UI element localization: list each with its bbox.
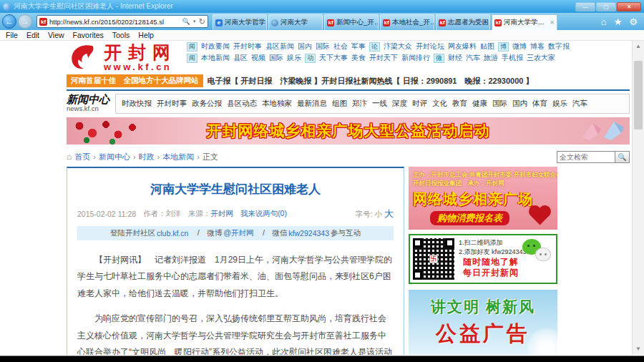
- top-nav-link[interactable]: 国际: [316, 41, 330, 52]
- font-large-button[interactable]: 大: [384, 208, 394, 219]
- news-center-link[interactable]: 一线: [372, 99, 387, 109]
- news-center-link[interactable]: 国际: [492, 99, 507, 109]
- menu-item[interactable]: Tools: [112, 31, 130, 39]
- comments-link[interactable]: 我来说两句(0): [240, 209, 287, 219]
- top-nav-link[interactable]: 论: [369, 42, 380, 52]
- close-button[interactable]: ✕: [617, 2, 641, 11]
- menu-item[interactable]: Edit: [26, 31, 39, 39]
- url-text[interactable]: http://news.kf.cn/2015/0202/128145.sl: [49, 18, 182, 26]
- news-center-link[interactable]: 最新消息: [297, 99, 327, 109]
- top-nav-link[interactable]: 新闻排行: [401, 53, 430, 63]
- address-search-icon[interactable]: 🔍: [182, 18, 190, 25]
- top-nav-link[interactable]: 博客: [530, 41, 545, 52]
- top-nav-link[interactable]: 国际: [269, 53, 283, 63]
- top-nav-link[interactable]: 本地新闻: [201, 53, 230, 63]
- top-nav-link[interactable]: 数字报: [548, 41, 570, 52]
- top-nav-link[interactable]: 县区: [233, 53, 248, 63]
- scroll-down-arrow[interactable]: ▼: [633, 343, 644, 355]
- news-center-link[interactable]: 汽车: [572, 99, 587, 109]
- top-nav-link[interactable]: 动: [305, 54, 316, 63]
- news-center-link[interactable]: 国内: [512, 99, 527, 109]
- home-icon[interactable]: ⌂: [601, 16, 607, 27]
- address-dropdown-icon[interactable]: ▼: [192, 19, 197, 24]
- top-nav-link[interactable]: 微: [434, 54, 444, 63]
- breadcrumb-newscenter[interactable]: 新闻中心: [99, 152, 130, 162]
- matchmaking-ad[interactable]: 主办：开封市总工会 共青团开封市委 开封市妇女联合会 开封日报报业集团 承办：开…: [409, 167, 557, 230]
- top-nav-link[interactable]: 财经: [448, 53, 462, 63]
- top-nav-link[interactable]: 时政要闻: [201, 41, 230, 52]
- minimize-button[interactable]: —: [575, 2, 595, 11]
- tab-2[interactable]: 河南大学: [268, 14, 323, 30]
- news-center-link[interactable]: 郑汴: [352, 99, 367, 109]
- top-nav-link[interactable]: 美食: [351, 53, 366, 63]
- menu-item[interactable]: File: [6, 31, 18, 39]
- tab-3[interactable]: kf新闻中心_开…: [324, 14, 379, 30]
- top-nav-link[interactable]: 天下大事: [319, 53, 348, 63]
- site-search-input[interactable]: [557, 151, 615, 163]
- top-nav-link[interactable]: 汴梁大众: [384, 41, 412, 52]
- back-button[interactable]: ←: [2, 14, 16, 29]
- menu-item[interactable]: Help: [138, 31, 154, 39]
- scroll-up-arrow[interactable]: ▲: [633, 41, 644, 52]
- top-nav-link[interactable]: 县区新闻: [265, 41, 294, 52]
- tab-close-icon[interactable]: ✕: [550, 19, 555, 26]
- top-nav-link[interactable]: 军事: [351, 41, 366, 52]
- forward-button[interactable]: →: [18, 14, 32, 29]
- article-source-link[interactable]: 开封网: [210, 209, 233, 217]
- tab-4[interactable]: kf本地社会_开…: [380, 14, 434, 30]
- top-nav-link[interactable]: 开封时事: [233, 41, 262, 52]
- top-nav-link[interactable]: 闻: [187, 42, 197, 52]
- top-nav-link[interactable]: 手机报: [502, 53, 523, 63]
- community-link[interactable]: club.kf.cn: [157, 229, 188, 238]
- top-nav-link[interactable]: 娱乐: [287, 53, 301, 63]
- public-service-ad[interactable]: 讲文明 树新风 公益广告: [409, 290, 557, 355]
- refresh-icon[interactable]: ↻: [199, 17, 205, 26]
- menu-item[interactable]: View: [48, 31, 64, 39]
- settings-gear-icon[interactable]: ⚙: [629, 16, 638, 27]
- top-nav-link[interactable]: 汽车: [466, 53, 480, 63]
- top-nav-link[interactable]: 贴图: [480, 41, 494, 52]
- breadcrumb-home[interactable]: 首页: [74, 152, 90, 162]
- top-nav-link[interactable]: 博: [498, 42, 509, 52]
- wechat-id-link[interactable]: kfw2924343: [288, 229, 329, 238]
- news-center-link[interactable]: 时评: [412, 99, 427, 109]
- top-nav-link[interactable]: 视频: [251, 53, 265, 63]
- home-breadcrumb-icon[interactable]: ⌂: [67, 152, 72, 162]
- scrollbar-thumb[interactable]: [634, 61, 643, 129]
- news-center-link[interactable]: 开封时事: [157, 99, 187, 109]
- menu-item[interactable]: Favorites: [73, 31, 104, 39]
- favorites-star-icon[interactable]: ★: [614, 16, 623, 27]
- news-center-link[interactable]: 本地独家: [262, 99, 292, 109]
- news-center-link[interactable]: 政务公报: [192, 99, 222, 109]
- news-center-link[interactable]: 时政快报: [122, 99, 152, 109]
- top-nav-link[interactable]: 三农大家: [527, 53, 555, 63]
- breadcrumb-channel[interactable]: 时政: [139, 152, 155, 162]
- tab-5[interactable]: kf志愿者为受困…: [436, 14, 490, 30]
- campaign-banner[interactable]: 开封网络城乡相亲广场大型公益活动启动: [67, 117, 630, 145]
- news-center-link[interactable]: 文化: [432, 99, 447, 109]
- news-center-link[interactable]: 县区动态: [227, 99, 257, 109]
- top-nav-link[interactable]: 闻: [187, 54, 197, 63]
- top-nav-link[interactable]: 开封论坛: [416, 41, 444, 52]
- top-nav-link[interactable]: 社会: [333, 41, 348, 52]
- news-center-link[interactable]: 组图: [332, 99, 347, 109]
- site-search-button[interactable]: 🔍: [615, 151, 630, 163]
- top-nav-link[interactable]: 微博: [512, 41, 527, 52]
- tab-1[interactable]: e河南大学哲学…: [213, 14, 267, 30]
- news-center-link[interactable]: 健康: [472, 99, 487, 109]
- wechat-qr-card[interactable]: 卐 1.扫二维码添加 2.添加好友 kfw2924343 随时随地了解 每日开封…: [409, 234, 557, 284]
- news-center-link[interactable]: 体育: [532, 99, 547, 109]
- top-nav-link[interactable]: 旅游: [484, 53, 498, 63]
- news-center-link[interactable]: 教育: [452, 99, 467, 109]
- weibo-link[interactable]: @开封网: [223, 228, 253, 238]
- maximize-button[interactable]: ▢: [596, 2, 616, 11]
- font-small-button[interactable]: 小: [375, 210, 383, 218]
- breadcrumb-section[interactable]: 本地新闻: [162, 152, 194, 162]
- tab-6-active[interactable]: kf河南大学学…✕: [492, 14, 557, 30]
- address-bar[interactable]: kf http://news.kf.cn/2015/0202/128145.sl…: [36, 15, 208, 28]
- top-nav-link[interactable]: 开封天下: [369, 53, 398, 63]
- top-nav-link[interactable]: 网友爆料: [448, 41, 477, 52]
- news-center-link[interactable]: 娱乐: [552, 99, 567, 109]
- top-nav-link[interactable]: 国内: [298, 41, 312, 52]
- news-center-link[interactable]: 深度: [392, 99, 407, 109]
